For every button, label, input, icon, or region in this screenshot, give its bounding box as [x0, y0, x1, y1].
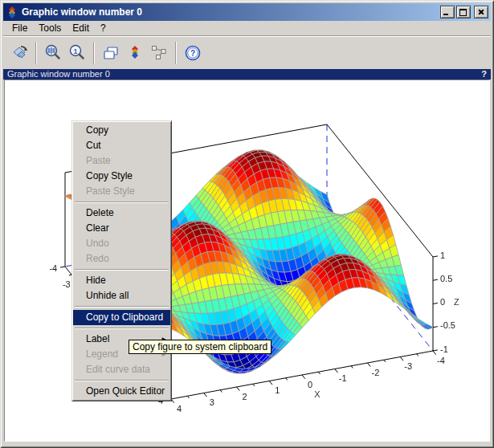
infobar-help-button[interactable]: ? — [481, 69, 487, 79]
svg-text:?: ? — [190, 49, 195, 58]
menubar-item-tools[interactable]: Tools — [33, 22, 67, 35]
context-menu-item-undo: Undo — [73, 236, 170, 251]
context-menu-item-edit-curve-data: Edit curve data — [73, 362, 170, 377]
menubar: FileToolsEdit? — [3, 21, 491, 35]
help-button[interactable]: ? — [181, 41, 205, 65]
context-menu-item-copy-style[interactable]: Copy Style — [73, 169, 170, 184]
minimize-button[interactable] — [440, 6, 455, 18]
graph-icon — [149, 43, 169, 63]
context-menu-item-hide[interactable]: Hide — [73, 273, 170, 288]
maximize-button[interactable] — [456, 6, 471, 18]
window: Graphic window number 0 FileToolsEdit? — [0, 0, 494, 448]
context-menu-item-unhide-all[interactable]: Unhide all — [73, 288, 170, 303]
context-menu-separator — [75, 202, 169, 203]
window-controls — [439, 6, 488, 18]
context-menu-separator — [75, 328, 169, 329]
zoom-one-button[interactable]: 1 — [65, 41, 89, 65]
rotate-button[interactable] — [7, 41, 31, 65]
toolbar: 1 — [3, 35, 491, 69]
close-button[interactable] — [474, 6, 488, 18]
context-menu-item-redo: Redo — [73, 251, 170, 267]
context-menu-item-delete[interactable]: Delete — [73, 206, 170, 221]
zoom-one-icon: 1 — [67, 43, 87, 63]
figures-icon — [101, 43, 120, 63]
context-menu-item-paste: Paste — [73, 153, 170, 169]
toolbar-separator — [93, 42, 95, 64]
zoom-area-icon — [43, 43, 63, 63]
context-menu: CopyCutPasteCopy StylePaste StyleDeleteC… — [71, 120, 172, 401]
close-icon — [478, 9, 484, 15]
window-title: Graphic window number 0 — [22, 6, 439, 18]
rotate-icon — [10, 43, 29, 63]
ged-button[interactable] — [123, 41, 147, 65]
zoom-area-button[interactable] — [41, 41, 65, 65]
menubar-item-help[interactable]: ? — [95, 22, 112, 35]
graph-button[interactable] — [147, 41, 171, 65]
context-menu-item-cut[interactable]: Cut — [73, 138, 170, 153]
app-icon — [6, 6, 18, 18]
figure-infobar: Graphic window number 0 ? — [3, 69, 491, 79]
figures-button[interactable] — [99, 41, 123, 65]
minimize-icon — [443, 14, 448, 15]
maximize-icon — [459, 9, 467, 16]
context-menu-item-open-quick-editor[interactable]: Open Quick Editor — [73, 384, 170, 399]
help-icon: ? — [183, 43, 202, 63]
toolbar-separator — [35, 42, 37, 64]
context-menu-item-paste-style: Paste Style — [73, 184, 170, 199]
figure-infobar-title: Graphic window number 0 — [7, 69, 110, 79]
titlebar: Graphic window number 0 — [3, 3, 491, 21]
context-menu-separator — [75, 306, 169, 307]
context-menu-separator — [75, 269, 169, 271]
svg-text:1: 1 — [73, 47, 77, 55]
context-menu-item-copy[interactable]: Copy — [73, 123, 170, 138]
menubar-item-file[interactable]: File — [6, 22, 33, 35]
context-menu-item-copy-to-clipboard[interactable]: Copy to Clipboard — [73, 310, 170, 325]
context-menu-separator — [75, 380, 169, 381]
toolbar-separator — [175, 42, 177, 64]
ged-icon — [125, 43, 145, 63]
tooltip: Copy figure to system clipboard — [129, 340, 271, 354]
context-menu-item-clear[interactable]: Clear — [73, 221, 170, 236]
menubar-item-edit[interactable]: Edit — [67, 22, 95, 35]
scilab-logo-icon — [6, 6, 18, 18]
